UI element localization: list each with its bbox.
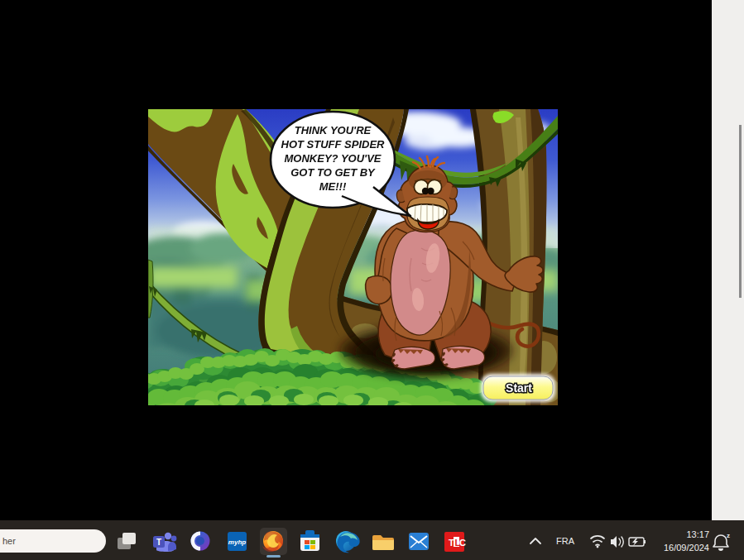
svg-text:her: her: [2, 536, 16, 546]
svg-text:THINK YOU'RE: THINK YOU'RE: [295, 124, 372, 136]
svg-text:z: z: [727, 532, 730, 539]
svg-text:Start: Start: [506, 381, 532, 395]
svg-text:16/09/2024: 16/09/2024: [664, 543, 709, 553]
svg-text:ME!!!: ME!!!: [319, 180, 347, 193]
svg-text:T: T: [449, 538, 454, 548]
svg-text:MONKEY? YOU'VE: MONKEY? YOU'VE: [285, 152, 382, 165]
svg-text:T: T: [156, 538, 161, 547]
svg-text:GOT TO GET BY: GOT TO GET BY: [290, 166, 376, 179]
svg-text:myhp: myhp: [228, 538, 246, 546]
svg-text:HOT STUFF SPIDER: HOT STUFF SPIDER: [281, 138, 386, 151]
svg-text:13:17: 13:17: [686, 529, 709, 539]
svg-text:C: C: [459, 538, 466, 548]
svg-text:FRA: FRA: [556, 536, 575, 546]
